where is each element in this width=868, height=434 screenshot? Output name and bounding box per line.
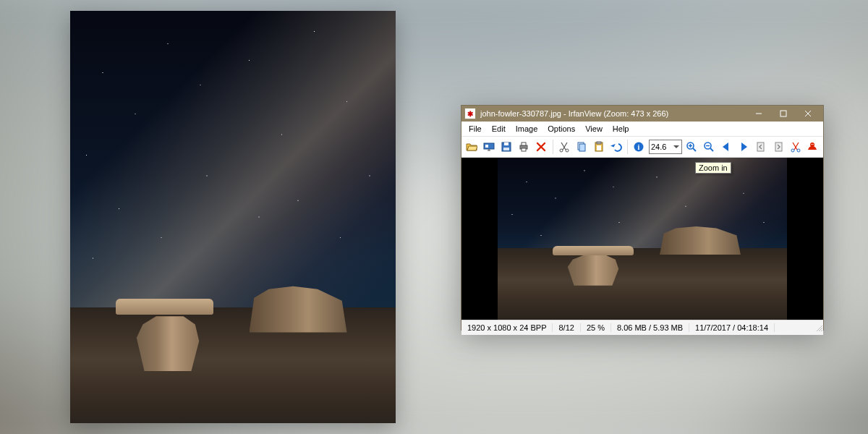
status-zoom: 25 % <box>581 323 611 332</box>
svg-rect-8 <box>522 148 526 151</box>
close-button[interactable] <box>796 106 820 122</box>
toolbar-separator <box>627 140 628 154</box>
next-button[interactable] <box>736 138 751 156</box>
open-button[interactable] <box>464 138 480 156</box>
maximize-button[interactable] <box>771 106 796 122</box>
svg-point-22 <box>791 149 794 152</box>
status-datetime: 11/7/2017 / 04:18:14 <box>689 323 775 332</box>
status-index: 8/12 <box>553 323 580 332</box>
menu-edit[interactable]: Edit <box>488 123 510 135</box>
svg-point-26 <box>813 144 814 145</box>
zoom-out-button[interactable] <box>701 138 716 156</box>
resize-grip[interactable] <box>775 323 823 332</box>
menu-options[interactable]: Options <box>543 123 579 135</box>
svg-point-23 <box>797 149 800 152</box>
menu-image[interactable]: Image <box>511 123 542 135</box>
menu-file[interactable]: File <box>464 123 486 135</box>
prev-button[interactable] <box>718 138 733 156</box>
svg-rect-12 <box>579 144 585 151</box>
save-button[interactable] <box>499 138 514 156</box>
svg-rect-2 <box>485 145 488 148</box>
delete-button[interactable] <box>534 138 549 156</box>
svg-rect-7 <box>522 142 526 145</box>
large-preview-image <box>70 11 396 423</box>
svg-point-9 <box>560 149 563 152</box>
svg-rect-4 <box>504 142 509 145</box>
zoom-combobox[interactable]: 24.6 <box>649 140 682 154</box>
tooltip: Zoom in <box>695 162 731 174</box>
paste-button[interactable] <box>591 138 606 156</box>
svg-point-10 <box>566 149 569 152</box>
slideshow-button[interactable] <box>482 138 497 156</box>
cut-button[interactable] <box>556 138 571 156</box>
svg-rect-0 <box>780 111 786 116</box>
svg-rect-14 <box>597 142 601 144</box>
app-icon: ✱ <box>464 108 476 119</box>
irfanview-window: ✱ john-fowler-330787.jpg - IrfanView (Zo… <box>461 105 824 331</box>
print-button[interactable] <box>516 138 532 156</box>
svg-rect-15 <box>597 145 601 150</box>
window-title: john-fowler-330787.jpg - IrfanView (Zoom… <box>480 109 746 118</box>
svg-rect-20 <box>757 142 764 151</box>
prev-page-button[interactable] <box>753 138 768 156</box>
toolbar: i 24.6 <box>461 137 823 158</box>
toolbar-separator <box>553 140 553 154</box>
minimize-button[interactable] <box>746 106 771 122</box>
next-page-button[interactable] <box>770 138 786 156</box>
svg-rect-21 <box>775 142 782 151</box>
titlebar[interactable]: ✱ john-fowler-330787.jpg - IrfanView (Zo… <box>461 106 823 122</box>
status-dimensions: 1920 x 1080 x 24 BPP <box>461 323 553 332</box>
menu-view[interactable]: View <box>581 123 607 135</box>
menubar: File Edit Image Options View Help <box>461 122 823 137</box>
image-viewport[interactable]: Zoom in <box>461 158 823 320</box>
undo-button[interactable] <box>608 138 624 156</box>
zoom-in-button[interactable] <box>684 138 699 156</box>
svg-point-24 <box>810 142 814 147</box>
svg-point-25 <box>812 144 812 145</box>
svg-rect-5 <box>503 148 509 150</box>
zoom-value: 24.6 <box>651 142 666 151</box>
settings-button[interactable] <box>788 138 803 156</box>
info-button[interactable]: i <box>631 138 647 156</box>
status-filesizes: 8.06 MB / 5.93 MB <box>611 323 689 332</box>
copy-button[interactable] <box>574 138 589 156</box>
statusbar: 1920 x 1080 x 24 BPP 8/12 25 % 8.06 MB /… <box>461 320 823 335</box>
svg-text:i: i <box>638 143 640 151</box>
menu-help[interactable]: Help <box>608 123 634 135</box>
about-button[interactable] <box>805 138 820 156</box>
